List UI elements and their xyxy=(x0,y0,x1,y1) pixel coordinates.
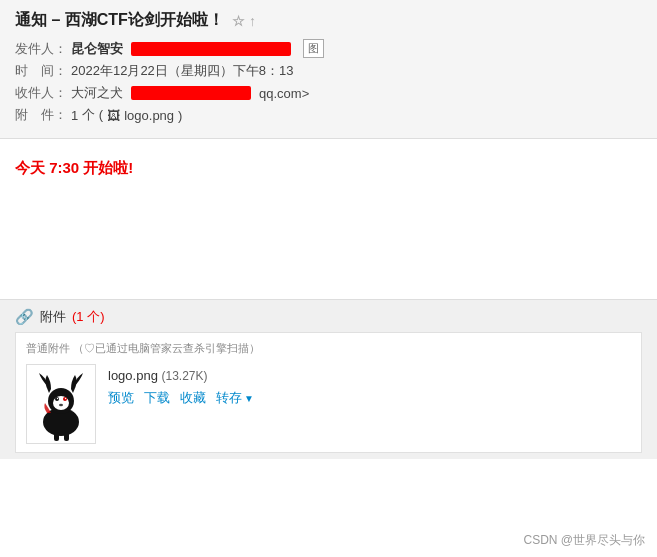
attachment-meta-count: 1 xyxy=(71,108,78,123)
star-up-icon[interactable]: ↑ xyxy=(249,13,256,29)
time-row: 时 间： 2022年12月22日（星期四）下午8：13 xyxy=(15,62,642,80)
download-button[interactable]: 下载 xyxy=(144,389,170,407)
email-subject: 通知 – 西湖CTF论剑开始啦！ xyxy=(15,10,224,31)
attachment-meta-row: 附 件： 1 个 ( 🖼 logo.png ) xyxy=(15,106,642,124)
attachment-meta-unit: 个 ( xyxy=(82,106,103,124)
filename-row: logo.png (13.27K) xyxy=(108,368,254,383)
save-button[interactable]: 转存 xyxy=(216,389,242,407)
recipient-name: 大河之犬 xyxy=(71,84,123,102)
svg-point-8 xyxy=(59,403,63,405)
star-icons: ☆ ↑ xyxy=(232,13,256,29)
email-header: 通知 – 西湖CTF论剑开始啦！ ☆ ↑ 发件人： 昆仑智安 图 时 间： 20… xyxy=(0,0,657,139)
logo-thumbnail[interactable] xyxy=(26,364,96,444)
sender-name: 昆仑智安 xyxy=(71,40,123,58)
collect-button[interactable]: 收藏 xyxy=(180,389,206,407)
recipient-email-redacted xyxy=(131,86,251,100)
file-size: (13.27K) xyxy=(162,369,208,383)
sender-email-redacted xyxy=(131,42,291,56)
recipient-row: 收件人： 大河之犬 qq.com> xyxy=(15,84,642,102)
attachment-scan-note: （♡已通过电脑管家云查杀引擎扫描） xyxy=(73,342,260,354)
email-container: 通知 – 西湖CTF论剑开始啦！ ☆ ↑ 发件人： 昆仑智安 图 时 间： 20… xyxy=(0,0,657,557)
star-empty-icon[interactable]: ☆ xyxy=(232,13,245,29)
time-label: 时 间： xyxy=(15,62,67,80)
attachments-count: (1 个) xyxy=(72,308,105,326)
save-dropdown-arrow-icon[interactable]: ▼ xyxy=(244,393,254,404)
attachment-body: 普通附件 （♡已通过电脑管家云查杀引擎扫描） xyxy=(15,332,642,453)
svg-rect-9 xyxy=(54,432,59,441)
sender-label: 发件人： xyxy=(15,40,67,58)
attachment-item: logo.png (13.27K) 预览 下载 收藏 转存 ▼ xyxy=(26,364,631,444)
svg-point-6 xyxy=(63,397,67,401)
attachment-filename-meta: logo.png xyxy=(124,108,174,123)
body-main-text: 今天 7:30 开始啦! xyxy=(15,159,642,178)
attachment-section: 🔗 附件 (1 个) 普通附件 （♡已通过电脑管家云查杀引擎扫描） xyxy=(0,299,657,459)
attachment-note-row: 普通附件 （♡已通过电脑管家云查杀引擎扫描） xyxy=(26,341,631,356)
recipient-label: 收件人： xyxy=(15,84,67,102)
svg-rect-10 xyxy=(64,432,69,441)
attachment-meta-label: 附 件： xyxy=(15,106,67,124)
attachment-section-header: 🔗 附件 (1 个) xyxy=(15,308,642,326)
save-action-group[interactable]: 转存 ▼ xyxy=(216,389,254,407)
time-value: 2022年12月22日（星期四）下午8：13 xyxy=(71,62,294,80)
svg-point-7 xyxy=(64,397,65,398)
attachment-icon: 🖼 xyxy=(107,108,120,123)
svg-point-4 xyxy=(55,397,59,401)
email-title-row: 通知 – 西湖CTF论剑开始啦！ ☆ ↑ xyxy=(15,10,642,31)
paperclip-icon: 🔗 xyxy=(15,308,34,326)
file-actions: 预览 下载 收藏 转存 ▼ xyxy=(108,389,254,407)
sender-icon[interactable]: 图 xyxy=(303,39,324,58)
file-name: logo.png xyxy=(108,368,158,383)
logo-svg xyxy=(29,367,94,442)
attachment-type-label: 普通附件 xyxy=(26,342,70,354)
attachment-paren-close: ) xyxy=(178,108,182,123)
watermark: CSDN @世界尽头与你 xyxy=(523,532,645,549)
attachment-file-info: logo.png (13.27K) 预览 下载 收藏 转存 ▼ xyxy=(108,364,254,407)
attachments-label: 附件 xyxy=(40,308,66,326)
recipient-email-suffix: qq.com> xyxy=(259,86,309,101)
sender-row: 发件人： 昆仑智安 图 xyxy=(15,39,642,58)
svg-point-5 xyxy=(56,397,57,398)
preview-button[interactable]: 预览 xyxy=(108,389,134,407)
email-body: 今天 7:30 开始啦! xyxy=(0,139,657,299)
